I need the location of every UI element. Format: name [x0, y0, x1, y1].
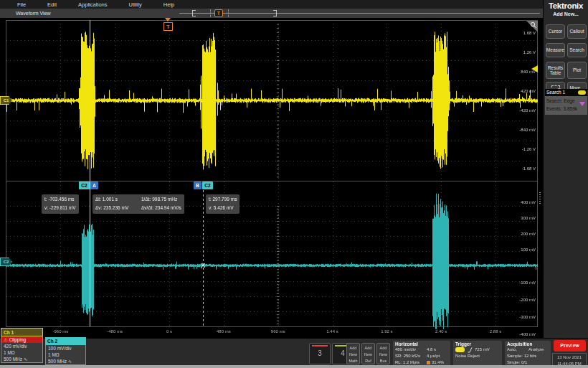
magnifier-icon: [530, 22, 537, 29]
preview-button[interactable]: Preview: [554, 340, 586, 352]
acq-analyze: Analyze: [528, 346, 544, 353]
menu-file[interactable]: File: [17, 1, 26, 8]
horizontal-sample-rate: SR: 250 kS/s: [395, 353, 427, 359]
trigger-position-flag[interactable]: T: [163, 22, 173, 31]
delta-v: Δv: 235.236 mV: [95, 204, 141, 212]
panel-splitter-handle[interactable]: [539, 192, 541, 204]
menu-applications[interactable]: Applications: [78, 1, 107, 8]
plot-button[interactable]: Plot: [567, 62, 587, 79]
axis-label: 300 mV: [521, 216, 536, 220]
cursor-a-badge[interactable]: A: [90, 181, 98, 189]
acquisition-title: Acquisition: [507, 341, 549, 346]
tab-bar: Waveform View T: [0, 9, 543, 18]
cursor-b-badge[interactable]: B: [194, 181, 201, 189]
minimap-trigger-icon[interactable]: T: [214, 9, 223, 17]
axis-label: 960 ms: [271, 329, 285, 334]
search-badge-header: Search 1: [545, 89, 587, 96]
callout-button[interactable]: Callout: [567, 24, 587, 39]
waveform-display[interactable]: T C1 C2 C2 A B C2 t: -703.456 ms v: -229…: [0, 18, 543, 338]
axis-label: 1.26 V: [523, 50, 536, 55]
trigger-position-icon: [427, 361, 430, 364]
results-bar: 3 4 Add New Math Add New Ref Add New Bus…: [0, 338, 588, 368]
ch2-bandwidth: 500 MHz ∿: [46, 358, 85, 364]
axis-label: -100 mV: [519, 280, 536, 285]
acquisition-panel[interactable]: Acquisition Auto,Analyze Sample: 12 bits…: [505, 341, 551, 367]
date-label: 13 Nov 2021: [553, 354, 586, 361]
trigger-panel[interactable]: Trigger 725 mV Noise Reject: [453, 341, 502, 367]
measure-button[interactable]: Measure: [546, 43, 565, 57]
cursor-delta-readout[interactable]: Δt: 1.001 s 1/Δt: 998.75 mHz Δv: 235.236…: [93, 194, 184, 214]
ch2-scale: 100 mV/div: [46, 345, 85, 352]
channel-3-button[interactable]: 3: [309, 343, 331, 364]
ch3-label: 3: [318, 349, 322, 357]
waveform-canvas[interactable]: [0, 18, 543, 338]
axis-label: 200 mV: [521, 232, 536, 236]
axis-label: -840 mV: [519, 128, 536, 132]
search-result-badge[interactable]: Search 1 Search: Edge Events: 3.859k: [545, 89, 587, 115]
cursor-button[interactable]: Cursor: [546, 24, 565, 39]
axis-label: 840 mV: [521, 70, 536, 74]
cursor-b-time: t: 297.799 ms: [209, 195, 237, 204]
cursor-a-readout[interactable]: t: -703.456 ms v: -229.811 mV: [42, 194, 79, 214]
axis-label: -1.68 V: [522, 166, 536, 171]
ch3-color-stripe: [312, 345, 328, 346]
axis-label: -1.26 V: [522, 147, 536, 151]
search-marker-triangle-icon: [579, 102, 585, 106]
menu-utility[interactable]: Utility: [128, 1, 141, 8]
horizontal-panel[interactable]: Horizontal 480 ms/div4.8 s SR: 250 kS/s4…: [393, 341, 450, 367]
axis-label: -400 mV: [519, 332, 536, 336]
axis-label: -960 ms: [52, 329, 68, 334]
ch2-badge-header: Ch 2: [45, 337, 86, 345]
ch1-impedance: 1 MΩ: [1, 349, 42, 356]
axis-label: -420 mV: [519, 108, 536, 113]
ch1-badge-header: Ch 1: [1, 328, 43, 336]
minimap-left-bracket[interactable]: [192, 10, 196, 16]
minimap-right-bracket[interactable]: [273, 10, 277, 16]
cursor-b-source-badge[interactable]: C2: [202, 181, 213, 189]
trigger-position-triangle[interactable]: [165, 18, 171, 22]
acq-mode: Auto,: [507, 346, 528, 353]
axis-label: 2.88 s: [490, 329, 501, 334]
tab-waveform-view[interactable]: Waveform View: [16, 11, 51, 16]
menu-help[interactable]: Help: [163, 1, 174, 8]
minimap-line: [179, 13, 540, 14]
axis-label: 400 mV: [521, 200, 536, 204]
minimap-tick: [228, 9, 229, 17]
search-button[interactable]: Search: [567, 43, 587, 57]
ch1-badge[interactable]: Ch 1 ⚠ Clipping 420 mV/div 1 MΩ 500 MHz …: [1, 328, 43, 363]
horizontal-window: 4.8 s: [427, 346, 436, 353]
results-table-button[interactable]: Results Table: [546, 62, 565, 79]
axis-label: 0 s: [166, 329, 172, 334]
search-badge-body: Search: Edge Events: 3.859k: [545, 96, 587, 115]
axis-label: -200 mV: [519, 298, 536, 302]
add-new-math-button[interactable]: Add New Math: [346, 343, 360, 364]
acq-sample: Sample: 12 bits: [507, 353, 536, 359]
add-new-ref-button[interactable]: Add New Ref: [361, 343, 375, 364]
ch2-impedance: 1 MΩ: [46, 352, 85, 358]
sidebar: Tektronix Add New... Cursor Callout Meas…: [543, 0, 588, 338]
ch1-scale: 420 mV/div: [1, 343, 42, 349]
axis-label: -300 mV: [519, 315, 536, 319]
bottom-strip: [0, 365, 588, 368]
menu-edit[interactable]: Edit: [47, 1, 57, 8]
tektronix-logo: Tektronix: [544, 0, 588, 10]
cursor-b-readout[interactable]: t: 297.799 ms v: 5.426 mV: [206, 194, 240, 214]
add-new-label: Add New...: [544, 11, 588, 16]
ch4-label: 4: [341, 349, 345, 357]
ch1-bandwidth: 500 MHz ∿: [1, 356, 42, 362]
inv-delta-t: 1/Δt: 998.75 mHz: [141, 195, 177, 204]
axis-label: 2.40 s: [435, 329, 447, 334]
menu-bar: File Edit Applications Utility Help: [0, 0, 543, 9]
cursor-a-source-badge[interactable]: C2: [79, 181, 90, 189]
delta-t: Δt: 1.001 s: [95, 195, 141, 204]
axis-label: 1.92 s: [381, 329, 392, 334]
cursor-a-voltage: v: -229.811 mV: [44, 204, 76, 212]
ch2-badge[interactable]: Ch 2 100 mV/div 1 MΩ 500 MHz ∿: [45, 337, 86, 365]
ch1-clipping-warning: ⚠ Clipping: [1, 336, 42, 343]
axis-label: 420 mV: [521, 89, 536, 93]
cursor-a-time: t: -703.456 ms: [44, 195, 76, 204]
cursor-b-voltage: v: 5.426 mV: [209, 204, 237, 212]
oscilloscope-app: File Edit Applications Utility Help Wave…: [0, 0, 588, 368]
add-new-bus-button[interactable]: Add New Bus: [376, 343, 390, 364]
axis-label: 1.44 s: [326, 329, 338, 334]
